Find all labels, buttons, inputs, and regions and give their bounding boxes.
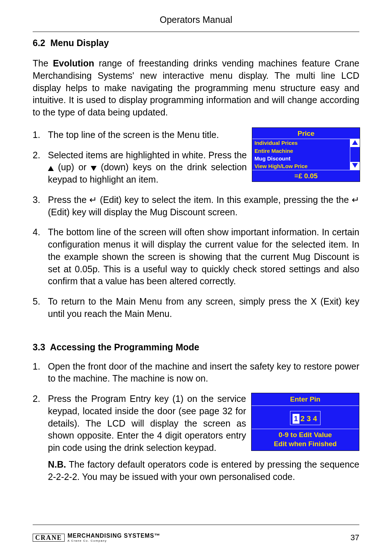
pin-digit-3: 3 xyxy=(306,414,312,424)
s33-step-2-num: 2. xyxy=(33,393,48,454)
page-number: 37 xyxy=(351,533,359,542)
step-1-text: The top line of the screen is the Menu t… xyxy=(48,129,252,141)
lcd-body: Individual Prices Entire Machine Mug Dis… xyxy=(252,139,360,170)
s33-step-1-num: 1. xyxy=(33,360,48,385)
pin-digit-2: 2 xyxy=(299,414,306,424)
brand-text: MERCHANDISING SYSTEMS™ xyxy=(68,533,160,539)
lcd-down-arrow-icon xyxy=(350,162,360,170)
top-rule xyxy=(33,32,359,32)
brand-sub: A Crane Co. Company xyxy=(68,539,160,542)
step-2-text: Selected items are highlighted in white.… xyxy=(48,149,252,186)
lcd2-mid: 1234 xyxy=(252,406,359,429)
section-6-2-heading: 6.2 Menu Display xyxy=(33,38,359,48)
brand-stack: MERCHANDISING SYSTEMS™ A Crane Co. Compa… xyxy=(68,533,160,542)
page: Operators Manual 6.2 Menu Display The Ev… xyxy=(0,0,392,554)
section-3-3-title: Accessing the Programming Mode xyxy=(50,342,199,352)
lcd-title: Price xyxy=(252,128,360,139)
section-6-2-title: Menu Display xyxy=(50,38,109,48)
header-title: Operators Manual xyxy=(33,15,359,25)
section-6-2-number: 6.2 xyxy=(33,38,45,48)
step-5-num: 5. xyxy=(33,296,48,320)
lcd-footer: =£ 0.05 xyxy=(252,170,360,182)
s33-nb-spacer xyxy=(33,459,48,483)
intro-pre: The xyxy=(33,58,53,68)
step-1-num: 1. xyxy=(33,129,48,141)
step-4-num: 4. xyxy=(33,226,48,288)
step-4: 4. The bottom line of the screen will of… xyxy=(33,226,359,288)
step-2b: (up) or xyxy=(54,162,91,172)
s33-step-1: 1. Open the front door of the machine an… xyxy=(33,360,359,385)
s33-nb: N.B. The factory default operators code … xyxy=(33,459,359,483)
section-6-2-steps: 1. The top line of the screen is the Men… xyxy=(33,129,359,320)
nb-label: N.B. xyxy=(48,459,66,469)
step-2-num: 2. xyxy=(33,149,48,186)
lcd-item-mug-discount: Mug Discount xyxy=(252,155,350,162)
lcd-scroll-arrows xyxy=(350,139,360,170)
lcd-item-view-high-low: View High/Low Price xyxy=(252,162,350,170)
step-4-text: The bottom line of the screen will often… xyxy=(48,226,359,288)
bottom-rule xyxy=(33,525,359,525)
section-3-3-heading: 3.3 Accessing the Programming Mode xyxy=(33,342,359,353)
step-3-text: Press the ↵ (Edit) key to select the ite… xyxy=(48,194,359,219)
lcd-item-entire-machine: Entire Machine xyxy=(252,147,350,155)
lcd2-title: Enter Pin xyxy=(252,393,359,406)
step-3: 3. Press the ↵ (Edit) key to select the … xyxy=(33,194,359,219)
page-footer: CRANE MERCHANDISING SYSTEMS™ A Crane Co.… xyxy=(33,533,359,542)
lcd-items: Individual Prices Entire Machine Mug Dis… xyxy=(252,139,350,170)
s33-step-1-text: Open the front door of the machine and i… xyxy=(48,360,359,385)
down-arrow-icon xyxy=(91,166,97,171)
s33-nb-text: N.B. The factory default operators code … xyxy=(48,459,359,483)
section-6-2-intro: The Evolution range of freestanding drin… xyxy=(33,57,359,119)
s33-step-2-text: Press the Program Entry key (1) on the s… xyxy=(48,393,251,454)
step-1: 1. The top line of the screen is the Men… xyxy=(33,129,359,141)
lcd2-footer-2: Edit when Finished xyxy=(252,440,359,449)
step-5-text: To return to the Main Menu from any scre… xyxy=(48,296,359,320)
step-2a: Selected items are highlighted in white.… xyxy=(48,150,247,160)
brand-box: CRANE xyxy=(33,534,65,542)
section-3-3-steps: 1. Open the front door of the machine an… xyxy=(33,360,359,483)
lcd2-footer-1: 0-9 to Edit Value xyxy=(252,431,359,440)
lcd-up-arrow-icon xyxy=(350,139,360,147)
nb-body: The factory default operators code is en… xyxy=(48,459,359,482)
section-3-3-number: 3.3 xyxy=(33,342,45,352)
lcd-item-individual-prices: Individual Prices xyxy=(252,139,350,147)
step-5: 5. To return to the Main Menu from any s… xyxy=(33,296,359,320)
pin-digit-4: 4 xyxy=(312,414,318,424)
s33-step-2: 2. Press the Program Entry key (1) on th… xyxy=(33,393,359,454)
brand: CRANE MERCHANDISING SYSTEMS™ A Crane Co.… xyxy=(33,533,160,542)
lcd-price-screen: Price Individual Prices Entire Machine M… xyxy=(252,127,360,182)
pin-box: 1234 xyxy=(290,411,321,425)
step-3-num: 3. xyxy=(33,194,48,219)
lcd2-footer: 0-9 to Edit Value Edit when Finished xyxy=(252,429,359,450)
lcd-enter-pin-screen: Enter Pin 1234 0-9 to Edit Value Edit wh… xyxy=(251,393,359,451)
intro-bold: Evolution xyxy=(53,58,94,68)
up-arrow-icon xyxy=(48,166,54,171)
step-1-body: The top line of the screen is the Menu t… xyxy=(48,129,247,141)
lcd-scroll-track xyxy=(350,147,360,162)
pin-digit-1: 1 xyxy=(293,414,299,424)
